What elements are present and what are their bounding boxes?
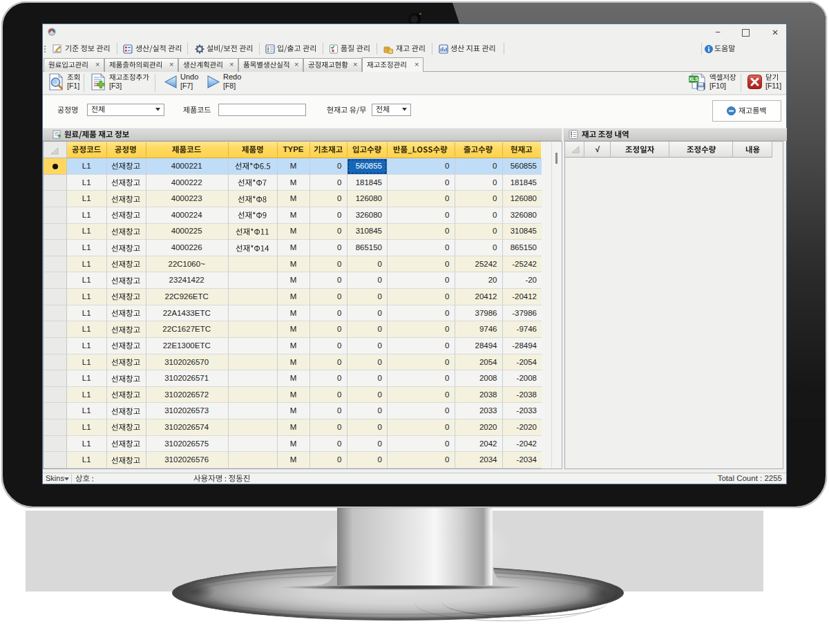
svg-text:XLS: XLS xyxy=(689,77,698,82)
